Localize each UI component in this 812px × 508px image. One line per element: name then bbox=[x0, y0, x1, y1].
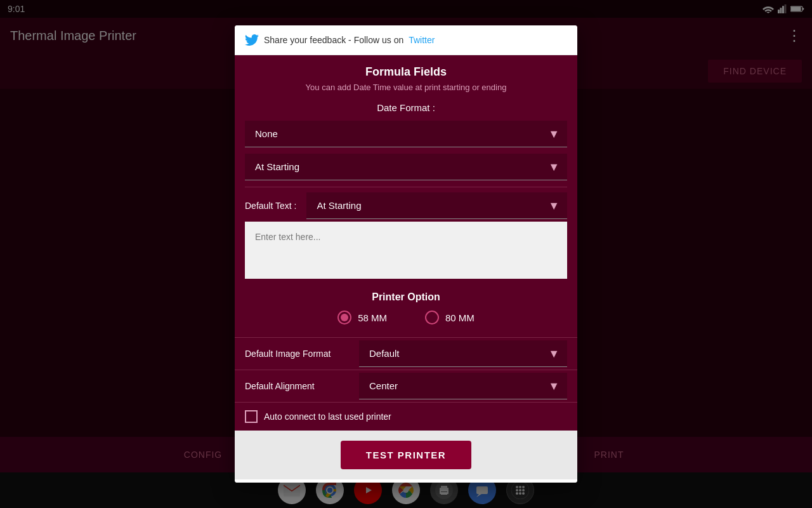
radio-80mm[interactable]: 80 MM bbox=[425, 311, 475, 324]
alignment-row: Default Alignment Center Left Right ▼ bbox=[235, 370, 577, 402]
config-dialog: Share your feedback - Follow us on Twitt… bbox=[235, 25, 577, 483]
date-format-select-row: None dd/MM/yyyy MM/dd/yyyy yyyy-MM-dd ▼ bbox=[245, 121, 567, 147]
radio-80mm-label: 80 MM bbox=[445, 312, 475, 323]
radio-58mm-inner bbox=[341, 314, 348, 321]
twitter-banner: Share your feedback - Follow us on Twitt… bbox=[235, 25, 577, 55]
default-text-label: Default Text : bbox=[245, 201, 296, 211]
image-format-select[interactable]: Default JPEG PNG bbox=[359, 340, 567, 367]
image-format-row: Default Image Format Default JPEG PNG ▼ bbox=[235, 337, 577, 370]
twitter-text: Share your feedback - Follow us on bbox=[264, 35, 403, 45]
default-text-input[interactable] bbox=[245, 222, 567, 279]
radio-58mm[interactable]: 58 MM bbox=[337, 311, 387, 324]
auto-connect-row: Auto connect to last used printer bbox=[235, 402, 577, 431]
formula-section: Formula Fields You can add Date Time val… bbox=[235, 55, 577, 337]
date-format-select[interactable]: None dd/MM/yyyy MM/dd/yyyy yyyy-MM-dd bbox=[245, 121, 567, 147]
formula-title: Formula Fields bbox=[245, 65, 567, 79]
radio-58mm-circle bbox=[337, 311, 351, 324]
auto-connect-checkbox[interactable] bbox=[245, 410, 258, 423]
printer-size-radio-group: 58 MM 80 MM bbox=[245, 311, 567, 324]
twitter-link[interactable]: Twitter bbox=[409, 35, 435, 45]
default-text-select[interactable]: At Starting At Ending bbox=[306, 192, 567, 219]
text-area-wrap bbox=[245, 219, 567, 284]
position-select[interactable]: At Starting At Ending bbox=[245, 154, 567, 180]
dialog-actions: CLOSE SAVE bbox=[235, 479, 577, 483]
test-printer-wrap: TEST PRINTER bbox=[235, 431, 577, 479]
alignment-select[interactable]: Center Left Right bbox=[359, 373, 567, 399]
alignment-label: Default Alignment bbox=[245, 381, 359, 391]
image-format-select-wrap: Default JPEG PNG ▼ bbox=[359, 340, 567, 367]
position-select-row: At Starting At Ending ▼ bbox=[245, 154, 567, 180]
twitter-bird-icon bbox=[245, 33, 259, 47]
radio-58mm-label: 58 MM bbox=[358, 312, 387, 323]
radio-80mm-circle bbox=[425, 311, 439, 324]
test-printer-button[interactable]: TEST PRINTER bbox=[341, 441, 471, 469]
auto-connect-label: Auto connect to last used printer bbox=[264, 411, 391, 422]
default-text-select-wrap: At Starting At Ending ▼ bbox=[306, 192, 567, 219]
dialog-overlay: Share your feedback - Follow us on Twitt… bbox=[0, 0, 812, 508]
printer-option-title: Printer Option bbox=[245, 291, 567, 303]
default-text-row: Default Text : At Starting At Ending ▼ bbox=[245, 187, 567, 219]
image-format-label: Default Image Format bbox=[245, 349, 359, 359]
date-format-label: Date Format : bbox=[245, 102, 567, 113]
formula-subtitle: You can add Date Time value at print sta… bbox=[245, 83, 567, 92]
alignment-select-wrap: Center Left Right ▼ bbox=[359, 373, 567, 399]
printer-option-section: Printer Option 58 MM 80 MM bbox=[245, 284, 567, 327]
